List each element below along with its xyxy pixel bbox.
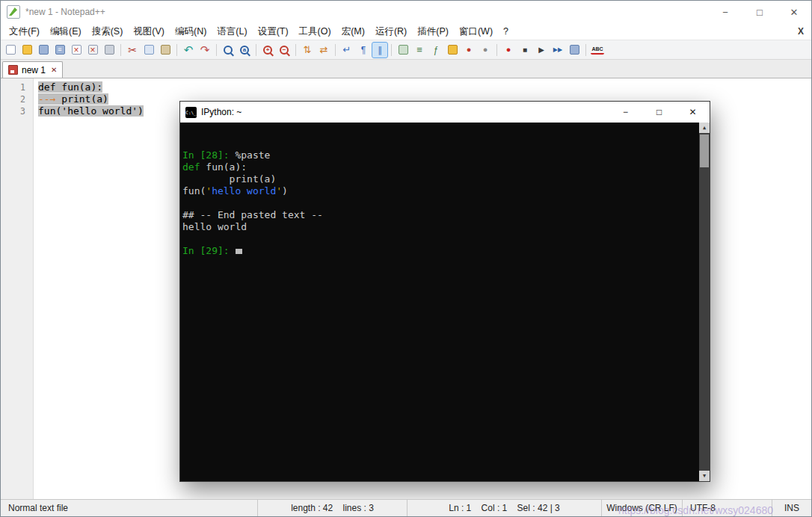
macro-save-glyph [570,45,579,55]
sync-scroll-vertical-glyph: ⇅ [303,45,313,55]
console-title-bar[interactable]: C:\_ IPython: ~ − □ ✕ [180,102,710,123]
line-number: 3 [1,105,33,117]
macro-record-glyph: ● [504,45,514,55]
print-icon[interactable] [102,43,117,58]
unsaved-file-icon [8,65,18,75]
console-line: In [28]: %paste [182,149,696,161]
document-map-icon[interactable] [396,43,410,58]
function-list-icon[interactable]: ƒ [428,43,443,58]
scroll-up-icon[interactable]: ▲ [699,123,710,133]
menu-item-language[interactable]: 语言(L) [212,24,252,40]
redo-icon[interactable]: ↷ [197,43,212,58]
plugin-gray-icon[interactable]: ● [478,43,493,58]
save-file-glyph [39,45,49,55]
close-button[interactable]: ✕ [777,1,811,23]
console-text: In [29]: [182,245,235,256]
menu-item-file[interactable]: 文件(F) [4,24,45,40]
console-text: ' [206,185,212,196]
menu-item-view[interactable]: 视图(V) [128,24,170,40]
menu-item-plugins[interactable]: 插件(P) [412,24,454,40]
menu-item-settings[interactable]: 设置(T) [253,24,294,40]
save-all-icon[interactable]: ≡ [52,43,67,58]
minimize-button[interactable]: − [708,1,742,23]
statusbar-length-lines: length : 42 lines : 3 [258,500,407,516]
open-file-icon[interactable] [19,43,34,58]
close-file-icon[interactable]: × [69,43,84,58]
sync-scroll-horizontal-icon[interactable]: ⇄ [316,43,331,58]
plugin-yellow-icon[interactable] [445,43,460,58]
find-icon[interactable] [221,43,236,58]
replace-icon[interactable]: a [237,43,252,58]
tab-new-1[interactable]: new 1 ✕ [2,61,63,78]
copy-icon[interactable] [141,43,156,58]
toolbar-separator [391,44,392,56]
save-file-icon[interactable] [36,43,51,58]
function-list-glyph: ƒ [431,45,441,55]
menu-item-search[interactable]: 搜索(S) [87,24,129,40]
editor-area[interactable]: 123 def fun(a):--→ print(a)fun('hello wo… [1,78,811,499]
save-all-glyph: ≡ [55,45,65,55]
console-minimize-button[interactable]: − [609,102,642,123]
undo-icon[interactable]: ↶ [181,43,196,58]
code-text: def fun(a): [38,81,102,93]
menu-item-encoding[interactable]: 编码(N) [170,24,212,40]
zoom-out-icon[interactable]: − [277,43,292,58]
show-indent-guide-icon[interactable]: ∥ [372,43,387,58]
console-scrollbar[interactable]: ▲ ▼ [699,123,710,481]
macro-save-icon[interactable] [567,43,582,58]
spell-check-icon[interactable]: ABC [590,43,605,58]
plugin-red-icon[interactable]: ● [461,43,476,58]
word-wrap-icon[interactable]: ↵ [339,43,354,58]
macro-record-icon[interactable]: ● [501,43,516,58]
menu-item-edit[interactable]: 编辑(E) [45,24,87,40]
menu-item-help[interactable]: ? [498,25,514,38]
macro-stop-icon[interactable]: ■ [517,43,532,58]
menu-close-icon[interactable]: X [798,26,804,37]
toolbar-separator [120,44,121,56]
statusbar-eol-format[interactable]: Windows (CR LF) [602,500,683,516]
undo-glyph: ↶ [183,45,194,55]
menu-item-macro[interactable]: 宏(M) [336,24,370,40]
cut-icon[interactable]: ✂ [125,43,140,58]
console-text: %paste [235,149,270,161]
zoom-in-icon[interactable]: + [260,43,275,58]
macro-run-multiple-icon[interactable]: ▶▶ [550,43,565,58]
toolbar-separator [295,44,296,56]
new-file-icon[interactable] [3,43,18,58]
toolbar-separator [216,44,217,56]
console-maximize-button[interactable]: □ [642,102,676,123]
macro-play-icon[interactable]: ▶ [534,43,549,58]
console-cursor [236,249,242,254]
menu-item-window[interactable]: 窗口(W) [454,24,498,40]
tab-close-icon[interactable]: ✕ [51,66,57,74]
scrollbar-thumb[interactable] [700,134,709,167]
show-all-characters-icon[interactable]: ¶ [356,43,371,58]
console-line [182,233,696,245]
close-all-icon[interactable]: × [85,43,100,58]
console-close-button[interactable]: ✕ [676,102,710,123]
paste-icon[interactable] [158,43,173,58]
redo-glyph: ↷ [200,45,211,55]
scroll-down-icon[interactable]: ▼ [699,471,710,481]
macro-play-glyph: ▶ [537,45,547,55]
menu-item-tools[interactable]: 工具(O) [294,24,336,40]
console-body[interactable]: In [28]: %pastedef fun(a): print(a)fun('… [180,123,710,481]
plugin-gray-glyph: ● [481,45,490,55]
console-line: hello world [182,221,696,233]
console-line [182,197,696,209]
line-number: 2 [1,93,33,105]
console-window-controls: − □ ✕ [609,102,710,123]
ipython-console-window: C:\_ IPython: ~ − □ ✕ In [28]: %pastedef… [179,101,710,482]
document-list-glyph: ≡ [415,45,425,55]
line-number: 1 [1,81,33,93]
menu-item-run[interactable]: 运行(R) [370,24,412,40]
show-indent-guide-glyph: ∥ [375,45,385,55]
word-wrap-glyph: ↵ [342,45,352,55]
statusbar-insert-mode[interactable]: INS [772,500,811,516]
document-list-icon[interactable]: ≡ [412,43,427,58]
console-line: print(a) [182,173,696,185]
maximize-button[interactable]: □ [742,1,777,23]
statusbar-encoding[interactable]: UTF-8 [683,500,772,516]
plugin-yellow-glyph [448,45,458,55]
sync-scroll-vertical-icon[interactable]: ⇅ [300,43,315,58]
